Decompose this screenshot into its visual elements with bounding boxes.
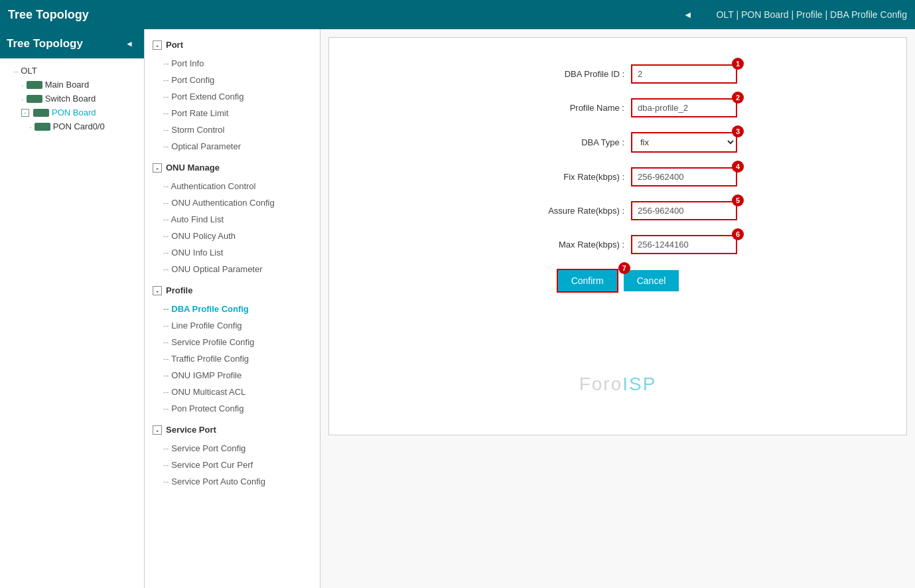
confirm-wrapper: Confirm 7: [557, 269, 624, 293]
dash-icon: --: [13, 67, 18, 75]
field-wrapper-max-rate: 6: [631, 235, 737, 254]
nav-item-onu-igmp-profile[interactable]: ONU IGMP Profile: [145, 367, 320, 384]
badge-5: 5: [732, 194, 744, 206]
tree-item-main-board[interactable]: - Main Board: [0, 78, 144, 92]
label-profile-name: Profile Name :: [498, 103, 631, 113]
nav-item-pon-protect-config[interactable]: Pon Protect Config: [145, 400, 320, 417]
field-wrapper-dba-type: fix assure max fix+assure fix+max assure…: [631, 132, 737, 153]
nav-item-authentication-control[interactable]: Authentication Control: [145, 178, 320, 194]
nav-section-toggle-service-port[interactable]: -: [153, 425, 162, 435]
nav-item-service-port-auto-config[interactable]: Service Port Auto Config: [145, 473, 320, 490]
label-assure-rate: Assure Rate(kbps) :: [498, 206, 631, 216]
cancel-button[interactable]: Cancel: [624, 270, 679, 291]
form-row-dba-type: DBA Type : fix assure max fix+assure fix…: [342, 132, 893, 153]
nav-profile-items: DBA Profile Config Line Profile Config S…: [145, 301, 320, 417]
expand-icon-pon-board[interactable]: -: [21, 109, 29, 117]
sidebar-collapse-icon[interactable]: ◄: [121, 38, 137, 50]
nav-item-dba-profile-config[interactable]: DBA Profile Config: [145, 301, 320, 317]
field-wrapper-fix-rate: 4: [631, 167, 737, 186]
field-wrapper-dba-id: 1: [631, 64, 737, 84]
tree-item-pon-board[interactable]: - PON Board: [0, 106, 144, 119]
nav-item-onu-info-list[interactable]: ONU Info List: [145, 244, 320, 261]
nav-section-profile-label: Profile: [166, 285, 192, 295]
confirm-button[interactable]: Confirm: [557, 269, 618, 293]
nav-item-service-port-config[interactable]: Service Port Config: [145, 440, 320, 457]
label-max-rate: Max Rate(kbps) :: [498, 240, 631, 250]
field-wrapper-profile-name: 2: [631, 98, 737, 117]
nav-section-profile[interactable]: - Profile: [145, 280, 320, 301]
nav-section-port-label: Port: [166, 40, 183, 50]
sidebar-header: Tree Topology ◄: [0, 29, 144, 58]
tree-view: -- OLT - Main Board - Switch Board - PON…: [0, 58, 144, 139]
olt-label: OLT: [21, 66, 36, 76]
breadcrumb: OLT | PON Board | Profile | DBA Profile …: [703, 9, 907, 20]
nav-item-onu-auth-config[interactable]: ONU Authentication Config: [145, 194, 320, 211]
sidebar-title: Tree Topology: [7, 37, 83, 50]
nav-service-port-items: Service Port Config Service Port Cur Per…: [145, 440, 320, 490]
nav-section-service-port[interactable]: - Service Port: [145, 419, 320, 440]
device-icon-pon-board: [33, 109, 49, 117]
label-fix-rate: Fix Rate(kbps) :: [498, 172, 631, 182]
tree-item-olt[interactable]: -- OLT: [0, 64, 144, 78]
nav-item-port-info[interactable]: Port Info: [145, 55, 320, 72]
form-row-profile-name: Profile Name : 2: [342, 98, 893, 117]
nav-section-toggle-onu[interactable]: -: [153, 163, 162, 173]
form-row-fix-rate: Fix Rate(kbps) : 4: [342, 167, 893, 186]
nav-item-onu-policy-auth[interactable]: ONU Policy Auth: [145, 228, 320, 244]
form-row-dba-id: DBA Profile ID : 1: [342, 64, 893, 84]
badge-7: 7: [618, 262, 630, 274]
main-content: DBA Profile ID : 1 Profile Name : 2 DBA …: [320, 29, 915, 588]
tree-item-pon-card[interactable]: - PON Card0/0: [0, 119, 144, 133]
label-dba-profile-id: DBA Profile ID :: [498, 69, 631, 79]
nav-section-onu-manage[interactable]: - ONU Manage: [145, 157, 320, 178]
nav-item-optical-parameter[interactable]: Optical Parameter: [145, 138, 320, 155]
badge-4: 4: [732, 161, 744, 173]
tree-sidebar: Tree Topology ◄ -- OLT - Main Board - Sw…: [0, 29, 145, 588]
watermark: ForoISP: [579, 374, 657, 395]
toggle-sidebar-icon[interactable]: ◄: [683, 9, 693, 20]
nav-item-onu-multicast-acl[interactable]: ONU Multicast ACL: [145, 384, 320, 400]
dash-icon: -: [21, 81, 24, 89]
nav-panel: - Port Port Info Port Config Port Extend…: [145, 29, 320, 588]
form-panel: DBA Profile ID : 1 Profile Name : 2 DBA …: [328, 37, 907, 435]
input-fix-rate[interactable]: [631, 167, 737, 186]
nav-section-toggle-port[interactable]: -: [153, 40, 162, 50]
input-max-rate[interactable]: [631, 235, 737, 254]
nav-section-onu-label: ONU Manage: [166, 163, 220, 173]
nav-item-service-profile-config[interactable]: Service Profile Config: [145, 334, 320, 350]
input-assure-rate[interactable]: [631, 201, 737, 220]
dash-icon: -: [29, 123, 32, 131]
form-row-assure-rate: Assure Rate(kbps) : 5: [342, 201, 893, 220]
nav-item-traffic-profile-config[interactable]: Traffic Profile Config: [145, 350, 320, 367]
input-dba-profile-id[interactable]: [631, 64, 737, 84]
nav-item-port-extend-config[interactable]: Port Extend Config: [145, 88, 320, 105]
nav-item-storm-control[interactable]: Storm Control: [145, 121, 320, 138]
field-wrapper-assure-rate: 5: [631, 201, 737, 220]
nav-section-port[interactable]: - Port: [145, 35, 320, 55]
nav-section-service-port-label: Service Port: [166, 425, 216, 435]
nav-item-auto-find-list[interactable]: Auto Find List: [145, 211, 320, 228]
header: Tree Topology ◄ OLT | PON Board | Profil…: [0, 0, 915, 29]
app-title: Tree Topology: [8, 8, 683, 22]
button-row: Confirm 7 Cancel: [342, 269, 893, 293]
nav-section-toggle-profile[interactable]: -: [153, 286, 162, 295]
nav-item-onu-optical-parameter[interactable]: ONU Optical Parameter: [145, 261, 320, 277]
nav-item-port-rate-limit[interactable]: Port Rate Limit: [145, 105, 320, 121]
nav-item-port-config[interactable]: Port Config: [145, 72, 320, 88]
tree-item-switch-board[interactable]: - Switch Board: [0, 92, 144, 106]
badge-6: 6: [732, 228, 744, 240]
input-profile-name[interactable]: [631, 98, 737, 117]
badge-1: 1: [732, 58, 744, 70]
nav-item-service-port-cur-perf[interactable]: Service Port Cur Perf: [145, 457, 320, 473]
device-icon-switch-board: [27, 95, 42, 103]
select-dba-type[interactable]: fix assure max fix+assure fix+max assure…: [631, 132, 737, 153]
main-layout: Tree Topology ◄ -- OLT - Main Board - Sw…: [0, 29, 915, 588]
pon-board-label: PON Board: [52, 108, 96, 117]
nav-onu-items: Authentication Control ONU Authenticatio…: [145, 178, 320, 277]
main-board-label: Main Board: [45, 80, 89, 90]
device-icon-main-board: [27, 81, 42, 89]
form-row-max-rate: Max Rate(kbps) : 6: [342, 235, 893, 254]
switch-board-label: Switch Board: [45, 94, 96, 104]
badge-3: 3: [732, 125, 744, 137]
nav-item-line-profile-config[interactable]: Line Profile Config: [145, 317, 320, 334]
